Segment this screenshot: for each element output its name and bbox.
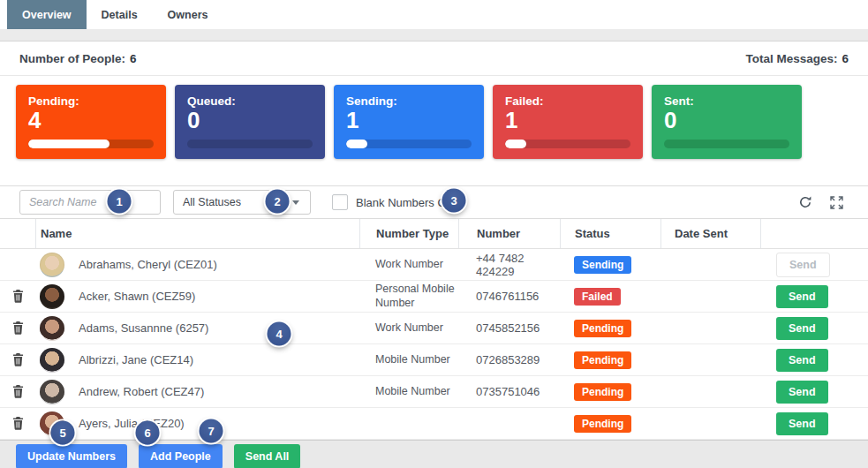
card-progress-track bbox=[505, 140, 630, 148]
trash-icon[interactable] bbox=[12, 321, 24, 335]
card-progress-fill bbox=[346, 140, 367, 148]
header-name[interactable]: Name bbox=[35, 219, 359, 248]
people-count-label: Number of People: bbox=[19, 52, 125, 65]
fullscreen-icon[interactable] bbox=[830, 196, 843, 209]
card-progress-track bbox=[346, 140, 472, 148]
trash-icon[interactable] bbox=[12, 417, 24, 430]
card-label: Queued: bbox=[187, 94, 313, 108]
row-trash-cell bbox=[0, 353, 35, 366]
row-trash-cell bbox=[0, 417, 35, 430]
status-card-pending: Pending:4 bbox=[16, 85, 166, 159]
status-cell: Pending bbox=[560, 383, 660, 401]
status-badge: Pending bbox=[574, 351, 631, 369]
card-progress-track bbox=[187, 140, 313, 148]
card-label: Pending: bbox=[28, 94, 154, 108]
table-row: Abrahams, Cheryl (CEZ01)Work Number+44 7… bbox=[0, 249, 868, 281]
action-cell: Send bbox=[760, 285, 868, 308]
table-row: Andrew, Robert (CEZ47)Mobile Number07357… bbox=[0, 376, 868, 408]
action-cell: Send bbox=[760, 381, 868, 404]
card-value: 0 bbox=[664, 108, 789, 134]
status-cell: Pending bbox=[560, 415, 660, 433]
number-type-cell: Work Number bbox=[359, 321, 458, 336]
number-type-cell: Work Number bbox=[359, 258, 458, 272]
card-progress-fill bbox=[505, 140, 526, 148]
send-button[interactable]: Send bbox=[776, 285, 828, 308]
refresh-icon[interactable] bbox=[798, 195, 812, 209]
blank-numbers-checkbox[interactable] bbox=[332, 194, 348, 210]
total-messages-label: Total Messages: bbox=[745, 52, 837, 65]
status-badge: Failed bbox=[574, 288, 621, 306]
table-row: Albrizzi, Jane (CEZ14)Mobile Number07268… bbox=[0, 344, 868, 376]
send-button[interactable]: Send bbox=[776, 317, 828, 340]
send-button[interactable]: Send bbox=[776, 412, 828, 435]
number-type-cell: Mobile Number bbox=[359, 385, 458, 399]
card-progress-track bbox=[28, 140, 154, 148]
annotation-marker-7: 7 bbox=[200, 419, 223, 443]
tabs-bar: Overview Details Owners bbox=[0, 0, 868, 29]
update-numbers-button[interactable]: Update Numbers bbox=[16, 444, 127, 468]
number-cell: 0746761156 bbox=[458, 290, 560, 303]
number-type-cell: Personal Mobile Number bbox=[359, 283, 458, 310]
card-label: Sending: bbox=[346, 94, 472, 108]
send-button[interactable]: Send bbox=[776, 349, 828, 372]
status-card-queued: Queued:0 bbox=[175, 85, 325, 159]
status-badge: Pending bbox=[574, 320, 631, 337]
person-name: Andrew, Robert (CEZ47) bbox=[79, 385, 204, 398]
divider-strip bbox=[0, 29, 868, 41]
tab-owners[interactable]: Owners bbox=[153, 0, 223, 29]
card-value: 0 bbox=[187, 108, 313, 134]
card-progress-fill bbox=[28, 140, 109, 148]
annotation-marker-1: 1 bbox=[108, 190, 132, 214]
status-cell: Failed bbox=[560, 288, 660, 306]
status-cards-row: Pending:4Queued:0Sending:1Failed:1Sent:0 bbox=[0, 76, 868, 185]
add-people-button[interactable]: Add People bbox=[139, 444, 223, 468]
tab-details[interactable]: Details bbox=[87, 0, 153, 29]
send-button[interactable]: Send bbox=[776, 381, 828, 404]
search-input[interactable] bbox=[19, 190, 161, 215]
table-body: Abrahams, Cheryl (CEZ01)Work Number+44 7… bbox=[0, 249, 868, 440]
number-cell: +44 7482 424229 bbox=[458, 252, 560, 278]
row-name-cell: Adams, Susannne (6257) bbox=[35, 316, 359, 341]
people-count: Number of People:6 bbox=[19, 52, 137, 65]
header-status[interactable]: Status bbox=[560, 219, 660, 248]
send-button[interactable]: Send bbox=[776, 253, 830, 277]
annotation-marker-5: 5 bbox=[51, 421, 75, 445]
card-value: 1 bbox=[505, 108, 630, 134]
card-value: 4 bbox=[28, 108, 154, 134]
card-progress-track bbox=[664, 140, 789, 148]
header-spacer bbox=[0, 219, 35, 248]
card-value: 1 bbox=[346, 108, 472, 134]
action-cell: Send bbox=[760, 253, 868, 277]
status-filter-value: All Statuses bbox=[183, 196, 241, 208]
tab-overview[interactable]: Overview bbox=[7, 0, 87, 29]
card-label: Failed: bbox=[505, 94, 630, 108]
number-type-cell: Mobile Number bbox=[359, 353, 458, 367]
footer-bar: Update Numbers Add People Send All bbox=[0, 440, 868, 468]
row-name-cell: Abrahams, Cheryl (CEZ01) bbox=[35, 253, 359, 277]
send-all-button[interactable]: Send All bbox=[234, 444, 301, 468]
row-name-cell: Ayers, Julia (CEZ20) bbox=[35, 411, 359, 436]
header-date-sent[interactable]: Date Sent bbox=[660, 219, 760, 248]
header-number-type[interactable]: Number Type bbox=[359, 219, 458, 248]
trash-icon[interactable] bbox=[12, 290, 24, 303]
status-filter-select[interactable]: All Statuses bbox=[173, 190, 311, 215]
trash-icon[interactable] bbox=[12, 385, 24, 398]
app-root: Overview Details Owners Number of People… bbox=[0, 0, 868, 468]
toolbar-icons bbox=[798, 195, 849, 209]
person-name: Abrahams, Cheryl (CEZ01) bbox=[79, 258, 217, 271]
avatar bbox=[40, 380, 64, 404]
number-cell: 0745852156 bbox=[458, 321, 560, 335]
header-number[interactable]: Number bbox=[458, 219, 560, 248]
row-trash-cell bbox=[0, 321, 35, 335]
status-cell: Sending bbox=[560, 256, 660, 274]
person-name: Adams, Susannne (6257) bbox=[79, 321, 208, 335]
action-cell: Send bbox=[760, 412, 868, 435]
trash-icon[interactable] bbox=[12, 353, 24, 366]
avatar bbox=[40, 316, 64, 341]
annotation-marker-6: 6 bbox=[136, 421, 160, 445]
action-cell: Send bbox=[760, 349, 868, 372]
status-badge: Sending bbox=[574, 256, 631, 274]
table-row: Ayers, Julia (CEZ20)PendingSend bbox=[0, 408, 868, 440]
person-name: Acker, Shawn (CEZ59) bbox=[79, 290, 195, 303]
header-actions bbox=[760, 219, 868, 248]
